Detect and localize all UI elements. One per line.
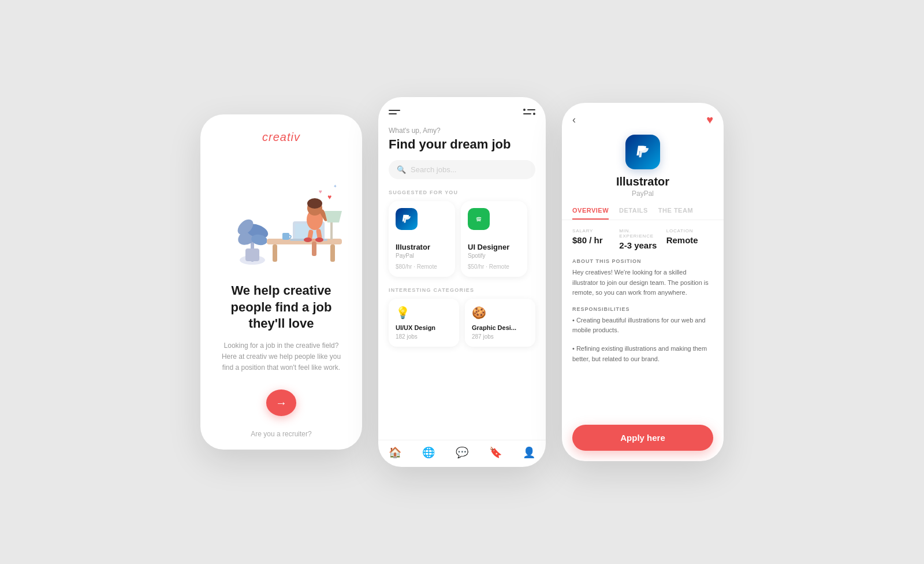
screen-job-detail: ‹ ♥ Illustrator PayPal OVERVIEW DETAILS … <box>562 103 724 461</box>
location-label: LOCATION <box>666 228 713 233</box>
topbar <box>389 109 535 115</box>
job-card-uidesigner[interactable]: UI Designer Spotify $50/hr · Remote <box>461 201 527 277</box>
graphic-emoji: 🍪 <box>472 306 528 320</box>
stat-salary: SALARY $80 / hr <box>572 228 619 250</box>
favorite-button[interactable]: ♥ <box>706 113 713 127</box>
paypal-logo <box>396 208 418 230</box>
bottom-nav: 🏠 🌐 💬 🔖 👤 <box>378 440 546 467</box>
about-label: ABOUT THIS POSITION <box>572 258 713 264</box>
tab-overview[interactable]: OVERVIEW <box>572 207 609 220</box>
salary-value: $80 / hr <box>572 235 619 245</box>
nav-chat-icon[interactable]: 💬 <box>456 446 468 459</box>
detail-job-title: Illustrator <box>616 175 669 188</box>
company-logo-paypal <box>625 135 660 169</box>
back-button[interactable]: ‹ <box>572 114 576 126</box>
responsibility-1: • Creating beautiful illustrations for o… <box>572 316 713 336</box>
hero-subtitle: Looking for a job in the creative field?… <box>214 340 348 374</box>
recruiter-link[interactable]: Are you a recruiter? <box>251 430 311 438</box>
tabs-row: OVERVIEW DETAILS THE TEAM <box>562 207 724 220</box>
job-detail-hero: Illustrator PayPal <box>562 135 724 198</box>
suggested-label: SUGGESTED FOR YOU <box>389 190 535 195</box>
search-placeholder: Search jobs... <box>411 165 457 174</box>
responsibility-2: • Refining existing illustrations and ma… <box>572 344 713 364</box>
svg-rect-14 <box>312 242 316 256</box>
stat-experience: MIN. EXPERIENCE 2-3 years <box>619 228 666 250</box>
nav-home-icon[interactable]: 🏠 <box>389 446 401 459</box>
uiux-emoji: 💡 <box>396 306 452 320</box>
svg-rect-2 <box>245 248 259 261</box>
hero-illustration: ♥ ♥ ✦ <box>218 153 345 269</box>
detail-company: PayPal <box>632 190 654 198</box>
greeting-main: Find your dream job <box>389 137 535 152</box>
detail-stats: SALARY $80 / hr MIN. EXPERIENCE 2-3 year… <box>562 228 724 250</box>
screen-job-feed: What's up, Amy? Find your dream job 🔍 Se… <box>378 97 546 467</box>
location-value: Remote <box>666 235 713 245</box>
salary-label: SALARY <box>572 228 619 233</box>
graphic-count: 287 jobs <box>472 333 528 340</box>
svg-text:♥: ♥ <box>327 193 331 201</box>
job-company-2: Spotify <box>468 253 520 259</box>
job-company-1: PayPal <box>396 253 448 259</box>
responsibilities-label: RESPONSIBILITIES <box>572 306 713 312</box>
svg-rect-28 <box>282 233 289 240</box>
job-card-illustrator[interactable]: Illustrator PayPal $80/hr · Remote <box>389 201 455 277</box>
cta-button[interactable]: → <box>266 389 296 416</box>
experience-value: 2-3 years <box>619 240 666 250</box>
search-icon: 🔍 <box>397 165 406 174</box>
about-text: Hey creatives! We're looking for a skill… <box>572 268 713 298</box>
uiux-name: UI/UX Design <box>396 324 452 331</box>
svg-text:♥: ♥ <box>319 188 322 195</box>
spotify-logo <box>468 208 490 230</box>
brand-logo: creativ <box>262 131 300 144</box>
job-title-1: Illustrator <box>396 243 448 251</box>
job-cards-row: Illustrator PayPal $80/hr · Remote UI De… <box>389 201 535 277</box>
greeting-sub: What's up, Amy? <box>389 127 535 135</box>
uiux-count: 182 jobs <box>396 333 452 340</box>
tab-details[interactable]: DETAILS <box>619 207 648 220</box>
screen-onboarding: creativ <box>200 114 362 450</box>
category-uiux[interactable]: 💡 UI/UX Design 182 jobs <box>389 299 459 347</box>
svg-point-21 <box>304 238 312 242</box>
job-meta-1: $80/hr · Remote <box>396 264 448 270</box>
svg-rect-8 <box>273 244 277 262</box>
svg-marker-24 <box>325 211 342 222</box>
detail-body: ABOUT THIS POSITION Hey creatives! We're… <box>562 258 724 419</box>
nav-explore-icon[interactable]: 🌐 <box>422 446 435 459</box>
job-title-2: UI Designer <box>468 243 520 251</box>
tab-team[interactable]: THE TEAM <box>658 207 693 220</box>
categories-row: 💡 UI/UX Design 182 jobs 🍪 Graphic Desi..… <box>389 299 535 347</box>
apply-button[interactable]: Apply here <box>572 425 713 451</box>
nav-profile-icon[interactable]: 👤 <box>523 446 535 459</box>
svg-rect-9 <box>330 244 335 262</box>
detail-header: ‹ ♥ <box>562 103 724 127</box>
search-bar[interactable]: 🔍 Search jobs... <box>389 160 535 179</box>
graphic-name: Graphic Desi... <box>472 324 528 331</box>
filter-icon[interactable] <box>523 109 535 115</box>
svg-point-22 <box>315 238 323 242</box>
experience-label: MIN. EXPERIENCE <box>619 228 666 239</box>
nav-saved-icon[interactable]: 🔖 <box>489 446 502 459</box>
svg-text:✦: ✦ <box>333 184 337 189</box>
hero-title: We help creative people find a job they'… <box>214 283 348 332</box>
cta-arrow-icon: → <box>275 396 287 410</box>
stat-location: LOCATION Remote <box>666 228 713 250</box>
job-meta-2: $50/hr · Remote <box>468 264 520 270</box>
hamburger-menu[interactable] <box>389 110 400 114</box>
category-graphic[interactable]: 🍪 Graphic Desi... 287 jobs <box>465 299 535 347</box>
categories-label: INTERESTING CATEGORIES <box>389 287 535 293</box>
svg-point-17 <box>307 198 322 209</box>
